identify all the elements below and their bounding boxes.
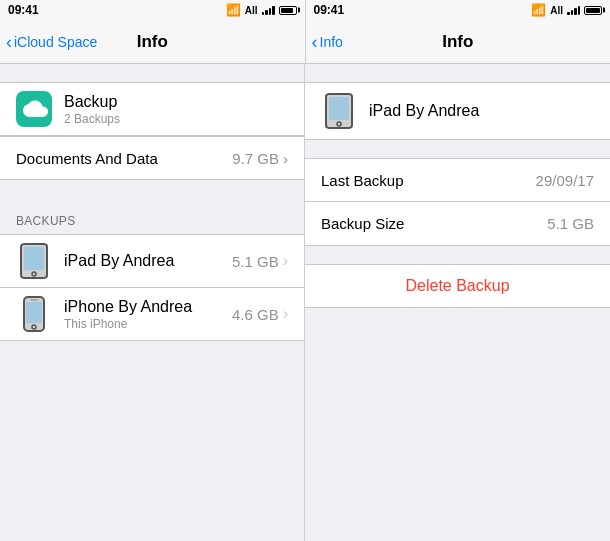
svg-rect-2 [24, 247, 44, 270]
right-signal-bar-4 [578, 6, 581, 15]
svg-rect-9 [329, 97, 349, 120]
nav-bars: ‹ iCloud Space Info ‹ Info Info [0, 20, 610, 64]
documents-size: 9.7 GB [232, 150, 279, 167]
right-nav-bar: ‹ Info Info [305, 20, 611, 63]
icloud-app-subtitle: 2 Backups [64, 112, 288, 126]
left-battery [279, 6, 297, 15]
icloud-app-row: Backup 2 Backups [0, 83, 304, 135]
left-nav-title: Info [137, 32, 168, 52]
ipad-backup-name: iPad By Andrea [64, 252, 232, 270]
right-time: 09:41 [314, 3, 345, 17]
backups-table: iPad By Andrea 5.1 GB › [0, 234, 304, 341]
left-panel: Backup 2 Backups Documents And Data 9.7 … [0, 64, 305, 541]
backup-size-row: Backup Size 5.1 GB [305, 202, 610, 246]
backups-section: BACKUPS iPad By Andrea 5 [0, 198, 304, 341]
delete-backup-button[interactable]: Delete Backup [305, 264, 610, 308]
right-back-button[interactable]: ‹ Info [312, 33, 343, 51]
right-signal-bar-1 [567, 12, 570, 15]
right-status-icons: 📶 All [531, 3, 602, 17]
network-label: All [245, 5, 258, 16]
status-bars: 09:41 📶 All 09:41 📶 All [0, 0, 610, 20]
signal-bar-4 [272, 6, 275, 15]
right-signal-bar-2 [571, 10, 574, 15]
icloud-app-name: Backup [64, 93, 288, 111]
backup-size-value: 5.1 GB [547, 215, 594, 232]
backup-size-label: Backup Size [321, 215, 404, 232]
left-back-button[interactable]: ‹ iCloud Space [6, 33, 97, 51]
right-ipad-svg-icon [325, 93, 353, 129]
wifi-icon: 📶 [226, 3, 241, 17]
ipad-backup-content: iPad By Andrea [64, 252, 232, 270]
iphone-backup-row[interactable]: iPhone By Andrea This iPhone 4.6 GB › [0, 288, 304, 340]
right-device-content: iPad By Andrea [369, 102, 594, 120]
documents-value: 9.7 GB › [232, 150, 288, 167]
right-status-bar: 09:41 📶 All [305, 0, 611, 20]
signal-bar-3 [269, 8, 272, 15]
left-status-bar: 09:41 📶 All [0, 0, 305, 20]
main-content: Backup 2 Backups Documents And Data 9.7 … [0, 64, 610, 541]
last-backup-value: 29/09/17 [536, 172, 594, 189]
last-backup-label: Last Backup [321, 172, 404, 189]
right-network-label: All [550, 5, 563, 16]
delete-backup-label: Delete Backup [405, 277, 509, 295]
signal-bar-1 [262, 12, 265, 15]
iphone-device-icon [16, 296, 52, 332]
icloud-app-icon [16, 91, 52, 127]
right-device-icon [321, 93, 357, 129]
right-back-chevron-icon: ‹ [312, 33, 318, 51]
right-wifi-icon: 📶 [531, 3, 546, 17]
left-nav-bar: ‹ iCloud Space Info [0, 20, 305, 63]
ipad-backup-chevron: › [283, 252, 288, 270]
documents-label: Documents And Data [16, 150, 158, 167]
iphone-backup-value: 4.6 GB › [232, 305, 288, 323]
right-back-label: Info [320, 34, 343, 50]
iphone-backup-subtitle: This iPhone [64, 317, 232, 331]
iphone-backup-name: iPhone By Andrea [64, 298, 232, 316]
backups-section-label: BACKUPS [0, 198, 304, 234]
iphone-backup-chevron: › [283, 305, 288, 323]
left-back-chevron-icon: ‹ [6, 33, 12, 51]
iphone-svg-icon [23, 296, 45, 332]
left-time: 09:41 [8, 3, 39, 17]
documents-row[interactable]: Documents And Data 9.7 GB › [0, 136, 304, 180]
iphone-backup-content: iPhone By Andrea This iPhone [64, 298, 232, 331]
right-info-section: Last Backup 29/09/17 Backup Size 5.1 GB [305, 158, 610, 246]
left-status-icons: 📶 All [226, 3, 297, 17]
signal-bar-2 [265, 10, 268, 15]
icloud-svg-icon [20, 98, 48, 120]
ipad-backup-row[interactable]: iPad By Andrea 5.1 GB › [0, 235, 304, 288]
right-panel: iPad By Andrea Last Backup 29/09/17 Back… [305, 64, 610, 541]
iphone-backup-size: 4.6 GB [232, 306, 279, 323]
ipad-device-icon [16, 243, 52, 279]
icloud-app-section: Backup 2 Backups [0, 82, 304, 136]
right-signal-bars [567, 5, 580, 15]
left-back-label: iCloud Space [14, 34, 97, 50]
right-device-name: iPad By Andrea [369, 102, 594, 120]
right-battery [584, 6, 602, 15]
right-signal-bar-3 [574, 8, 577, 15]
documents-chevron: › [283, 150, 288, 167]
last-backup-row: Last Backup 29/09/17 [305, 158, 610, 202]
icloud-app-content: Backup 2 Backups [64, 93, 288, 126]
svg-rect-6 [26, 302, 42, 323]
ipad-backup-size: 5.1 GB [232, 253, 279, 270]
right-nav-title: Info [442, 32, 473, 52]
right-device-header: iPad By Andrea [305, 82, 610, 140]
ipad-backup-value: 5.1 GB › [232, 252, 288, 270]
ipad-svg-icon [20, 243, 48, 279]
svg-rect-5 [30, 299, 38, 301]
signal-bars [262, 5, 275, 15]
